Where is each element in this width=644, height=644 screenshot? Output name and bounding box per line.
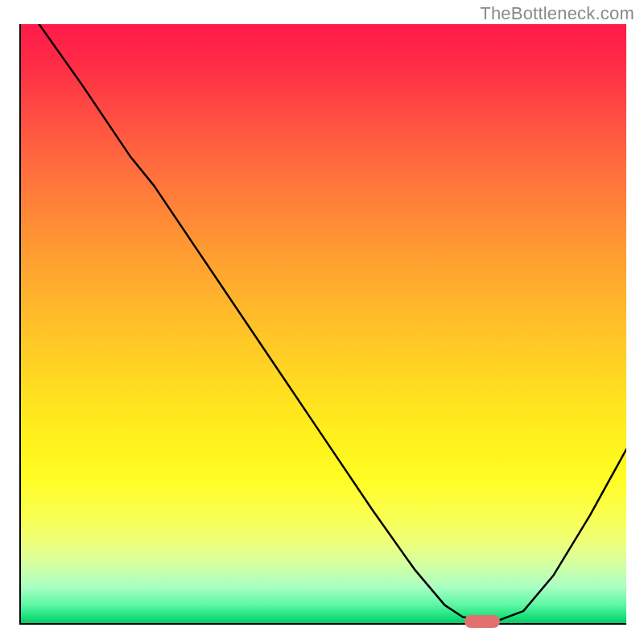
bottleneck-curve: [21, 24, 626, 623]
plot-area: [19, 24, 626, 625]
attribution-text: TheBottleneck.com: [480, 3, 634, 24]
optimal-marker: [464, 615, 500, 628]
